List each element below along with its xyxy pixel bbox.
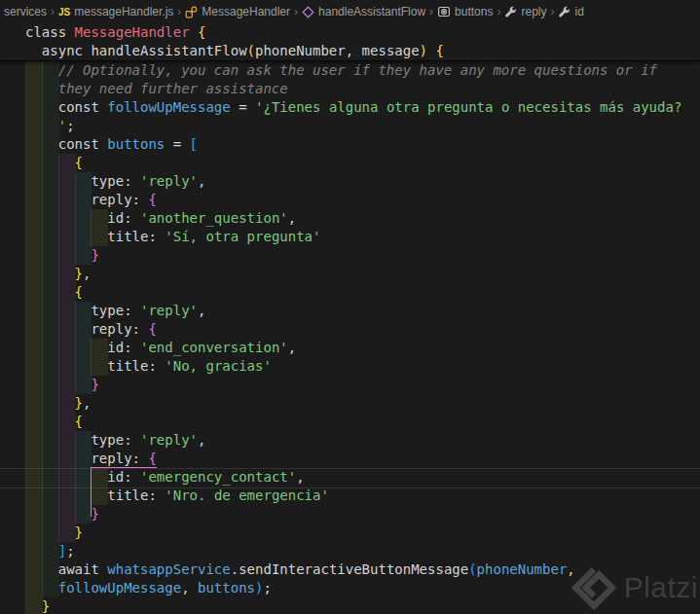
code-token[interactable]: 'another_question'	[140, 210, 288, 226]
code-token[interactable]: ,	[296, 469, 304, 485]
code-row[interactable]: title: 'Nro. de emergencia'	[0, 487, 700, 505]
code-row[interactable]: type: 'reply',	[0, 172, 700, 191]
code-token[interactable]: 'No, gracias'	[165, 358, 272, 374]
code-token[interactable]: followUpMessage	[107, 99, 230, 115]
code-token[interactable]: const	[58, 136, 108, 152]
code-token[interactable]: {	[75, 284, 83, 300]
code-token[interactable]: {	[198, 24, 205, 40]
code-token[interactable]: 'reply'	[140, 303, 198, 318]
code-row[interactable]: reply: {	[0, 191, 700, 209]
code-row[interactable]: reply: {	[0, 450, 700, 468]
code-row[interactable]: // Optionally, you can ask the user if t…	[0, 61, 700, 80]
code-token[interactable]	[190, 24, 198, 40]
code-token[interactable]: }	[75, 524, 83, 540]
code-token[interactable]: 'end_conversation'	[140, 340, 288, 355]
editor-content[interactable]: // Optionally, you can ask the user if t…	[0, 61, 700, 614]
code-token[interactable]: {	[75, 155, 83, 170]
code-token[interactable]: MessageHandler	[75, 24, 190, 40]
code-row[interactable]: async handleAssistantFlow(phoneNumber, m…	[0, 42, 700, 60]
code-token[interactable]: {	[148, 451, 156, 466]
code-row[interactable]: class MessageHandler {	[0, 23, 700, 42]
code-token[interactable]: type:	[91, 303, 140, 318]
code-row[interactable]: }	[0, 246, 700, 265]
code-row[interactable]: }	[0, 505, 700, 524]
breadcrumb-item-messagehandler[interactable]: MessageHandler	[185, 5, 290, 18]
code-row[interactable]: id: 'another_question',	[0, 209, 700, 228]
code-token[interactable]: reply:	[91, 192, 148, 207]
breadcrumb-item-handleassistantflow[interactable]: handleAssistantFlow	[302, 5, 425, 18]
code-token[interactable]: {	[75, 414, 83, 429]
breadcrumb-item-messagehandler-js[interactable]: JSmessageHandler.js	[58, 5, 173, 18]
code-row[interactable]: {	[0, 283, 700, 302]
code-token[interactable]: }	[75, 266, 83, 281]
code-token[interactable]: // Optionally, you can ask the user if t…	[58, 62, 657, 78]
code-row[interactable]: id: 'end_conversation',	[0, 339, 700, 357]
code-token[interactable]: ,	[83, 266, 91, 281]
code-token[interactable]: id:	[107, 469, 140, 485]
code-token[interactable]: '	[58, 118, 66, 133]
code-token[interactable]: ;	[66, 543, 74, 559]
code-token[interactable]: 'Sí, otra pregunta'	[165, 229, 320, 244]
code-token[interactable]: async handleAssistantFlow	[42, 43, 247, 58]
code-token[interactable]: {	[148, 192, 156, 207]
code-token[interactable]: buttons	[198, 580, 255, 596]
code-token[interactable]: .sendInteractiveButtonMessage	[231, 561, 468, 577]
code-token[interactable]: {	[148, 321, 156, 337]
sticky-scroll[interactable]: class MessageHandler {async handleAssist…	[0, 23, 700, 61]
code-token[interactable]: type:	[91, 173, 140, 189]
code-row[interactable]: },	[0, 394, 700, 413]
breadcrumb-item-services[interactable]: services	[4, 5, 47, 18]
code-token[interactable]: ;	[66, 118, 74, 133]
code-token[interactable]: }	[91, 377, 98, 392]
code-token[interactable]: =	[165, 136, 189, 152]
code-token[interactable]: class	[25, 24, 75, 40]
code-row[interactable]: type: 'reply',	[0, 302, 700, 320]
code-row[interactable]: {	[0, 413, 700, 431]
code-token[interactable]: ,	[198, 173, 205, 189]
code-token[interactable]: they need further assistance	[58, 81, 288, 96]
code-token[interactable]: title:	[107, 488, 165, 503]
code-token[interactable]: }	[91, 506, 98, 522]
code-token[interactable]: type:	[91, 432, 140, 448]
breadcrumb-item-reply[interactable]: reply	[504, 5, 546, 18]
code-token[interactable]: 'reply'	[140, 432, 198, 448]
code-token[interactable]: const	[58, 99, 108, 115]
code-token[interactable]: ,	[288, 210, 296, 226]
code-token[interactable]: whatsappService	[107, 561, 230, 577]
code-token[interactable]: '¿Tienes alguna otra pregunta o necesita…	[255, 99, 682, 115]
code-token[interactable]: title:	[107, 358, 165, 374]
code-row[interactable]: }	[0, 524, 700, 542]
code-row[interactable]: title: 'No, gracias'	[0, 357, 700, 376]
code-row[interactable]: they need further assistance	[0, 80, 700, 98]
breadcrumb-item-buttons[interactable]: buttons	[437, 5, 493, 18]
code-token[interactable]: (	[247, 43, 255, 58]
code-row[interactable]: type: 'reply',	[0, 431, 700, 450]
code-token[interactable]: reply:	[91, 321, 148, 337]
code-token[interactable]: phoneNumber	[477, 561, 568, 577]
code-row[interactable]: const buttons = [	[0, 135, 700, 154]
code-token[interactable]: id:	[107, 210, 140, 226]
code-token[interactable]: ,	[198, 432, 205, 448]
code-token[interactable]: phoneNumber, message	[255, 43, 420, 58]
code-token[interactable]: ,	[198, 303, 205, 318]
code-token[interactable]: {	[435, 43, 443, 58]
code-row[interactable]: ';	[0, 117, 700, 135]
code-row[interactable]: const followUpMessage = '¿Tienes alguna …	[0, 98, 700, 117]
code-row[interactable]: reply: {	[0, 320, 700, 339]
code-token[interactable]: ,	[83, 395, 91, 411]
code-token[interactable]: ;	[263, 580, 271, 596]
code-token[interactable]: )	[420, 43, 427, 58]
code-row[interactable]: }	[0, 376, 700, 394]
code-token[interactable]: 'emergency_contact'	[140, 469, 296, 485]
code-token[interactable]: [	[190, 136, 198, 152]
code-row[interactable]: id: 'emergency_contact',	[0, 468, 700, 487]
code-token[interactable]: ]	[58, 543, 66, 559]
code-row[interactable]: },	[0, 265, 700, 283]
code-token[interactable]: =	[231, 99, 255, 115]
code-token[interactable]: 'Nro. de emergencia'	[165, 488, 329, 503]
code-token[interactable]: ,	[288, 340, 296, 355]
code-row[interactable]: title: 'Sí, otra pregunta'	[0, 228, 700, 246]
code-token[interactable]: 'reply'	[140, 173, 198, 189]
code-token[interactable]: reply:	[91, 451, 148, 466]
code-token[interactable]: title:	[107, 229, 165, 244]
